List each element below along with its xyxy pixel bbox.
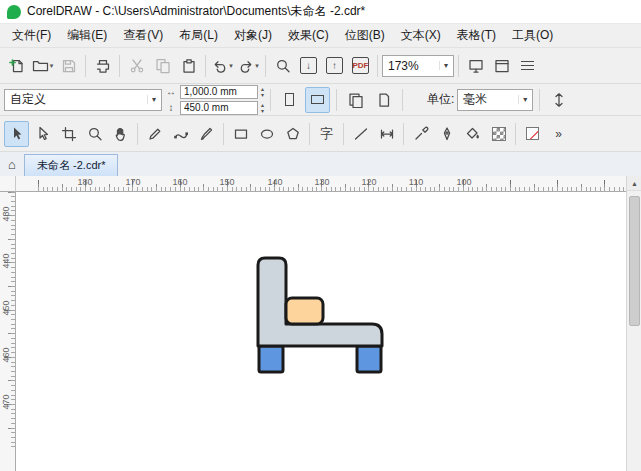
vertical-ruler[interactable]: 430 440 450 460 470	[0, 192, 16, 471]
portrait-orientation-button[interactable]	[277, 87, 302, 113]
home-button[interactable]: ⌂	[0, 153, 24, 176]
paste-button[interactable]	[176, 53, 201, 79]
home-icon: ⌂	[8, 157, 16, 172]
property-bar: 自定义 ▾ ↔ 1,000.0 mm ▴ ▾ ↕ 450.0 mm ▴ ▾	[0, 84, 641, 116]
ruler-origin-box[interactable]	[0, 176, 16, 192]
transparency-tool-button[interactable]	[486, 121, 511, 147]
menu-text[interactable]: 文本(X)	[393, 24, 449, 47]
redo-dropdown-icon[interactable]: ▾	[255, 62, 259, 70]
landscape-icon	[311, 95, 324, 104]
window-title: CorelDRAW - C:\Users\Administrator\Docum…	[27, 3, 365, 20]
pen-nib-icon	[439, 126, 455, 142]
ruler-label: 150	[219, 177, 234, 187]
line-tool-button[interactable]	[348, 121, 373, 147]
scroll-up-button[interactable]: ▲	[627, 176, 641, 191]
dimension-tool-button[interactable]	[374, 121, 399, 147]
menu-object[interactable]: 对象(J)	[226, 24, 280, 47]
menu-edit[interactable]: 编辑(E)	[59, 24, 115, 47]
bezier-tool-button[interactable]	[168, 121, 193, 147]
chair-cushion[interactable]	[286, 298, 323, 324]
toolbar-separator	[205, 55, 206, 77]
vertical-scrollbar[interactable]: ▲	[626, 176, 641, 471]
interactive-fill-tool-button[interactable]	[460, 121, 485, 147]
ruler-label: 160	[172, 177, 187, 187]
ruler-label: 140	[267, 177, 282, 187]
ruler-label: 130	[314, 177, 329, 187]
chair-right-leg[interactable]	[357, 346, 381, 372]
menu-table[interactable]: 表格(T)	[449, 24, 504, 47]
welcome-screen-button[interactable]	[489, 53, 514, 79]
page-height-spinner[interactable]: ▴ ▾	[261, 102, 264, 114]
apply-to-all-pages-button[interactable]	[343, 87, 368, 113]
preset-dropdown-icon[interactable]: ▾	[147, 95, 156, 104]
menu-bitmaps[interactable]: 位图(B)	[337, 24, 393, 47]
horizontal-ruler[interactable]: 180 170 160 150 140 130 120 110 100	[16, 176, 626, 192]
standard-toolbar: ▾ ▾ ▾ ↓	[0, 48, 641, 84]
export-button[interactable]: ↑	[322, 53, 347, 79]
cut-button[interactable]	[124, 53, 149, 79]
menu-layout[interactable]: 布局(L)	[171, 24, 226, 47]
eyedropper-tool-button[interactable]	[408, 121, 433, 147]
copy-button[interactable]	[150, 53, 175, 79]
units-dropdown-icon[interactable]: ▾	[518, 95, 527, 104]
drawing-canvas[interactable]	[16, 192, 626, 471]
menu-file[interactable]: 文件(F)	[4, 24, 59, 47]
landscape-orientation-button[interactable]	[305, 87, 330, 113]
cut-icon	[129, 58, 145, 74]
import-button[interactable]: ↓	[296, 53, 321, 79]
artistic-media-tool-button[interactable]	[194, 121, 219, 147]
outline-pen-tool-button[interactable]	[434, 121, 459, 147]
print-button[interactable]	[90, 53, 115, 79]
ellipse-tool-button[interactable]	[254, 121, 279, 147]
scrollbar-thumb[interactable]	[629, 196, 640, 326]
options-icon	[521, 61, 534, 70]
copy-icon	[155, 58, 171, 74]
toolbar-separator	[343, 123, 344, 145]
page-width-spinner[interactable]: ▴ ▾	[261, 86, 264, 98]
outline-color-swatch-button[interactable]	[520, 121, 545, 147]
document-tab[interactable]: 未命名 -2.cdr*	[24, 154, 118, 176]
zoom-level-combo[interactable]: 173% ▾	[382, 55, 454, 77]
toolbox-overflow-button[interactable]: »	[546, 121, 571, 147]
toolbar-separator	[336, 89, 337, 111]
undo-dropdown-icon[interactable]: ▾	[229, 62, 233, 70]
spin-down-icon[interactable]: ▾	[261, 92, 264, 98]
search-content-button[interactable]	[270, 53, 295, 79]
fullscreen-preview-button[interactable]	[463, 53, 488, 79]
new-document-button[interactable]	[4, 53, 29, 79]
publish-pdf-button[interactable]: PDF	[348, 53, 373, 79]
text-tool-button[interactable]: 字	[314, 121, 339, 147]
ruler-label: 100	[456, 177, 471, 187]
units-combo[interactable]: 毫米 ▾	[457, 89, 533, 111]
apply-to-current-page-button[interactable]	[371, 87, 396, 113]
zoom-dropdown-icon[interactable]: ▾	[439, 61, 448, 70]
ruler-label: 120	[361, 177, 376, 187]
chair-left-leg[interactable]	[259, 346, 283, 372]
open-button[interactable]: ▾	[30, 53, 55, 79]
ellipse-icon	[259, 126, 275, 142]
open-dropdown-icon[interactable]: ▾	[50, 62, 54, 70]
pan-tool-button[interactable]	[108, 121, 133, 147]
save-button[interactable]	[56, 53, 81, 79]
freehand-tool-button[interactable]	[142, 121, 167, 147]
undo-button[interactable]: ▾	[210, 53, 235, 79]
polygon-tool-button[interactable]	[280, 121, 305, 147]
page-size-preset-combo[interactable]: 自定义 ▾	[4, 89, 162, 111]
crop-tool-button[interactable]	[56, 121, 81, 147]
shape-tool-button[interactable]	[30, 121, 55, 147]
options-button[interactable]	[515, 53, 540, 79]
menu-view[interactable]: 查看(V)	[115, 24, 171, 47]
menu-effects[interactable]: 效果(C)	[280, 24, 337, 47]
zoom-level-value: 173%	[388, 59, 419, 73]
page-width-field[interactable]: 1,000.0 mm	[180, 85, 258, 99]
rectangle-tool-button[interactable]	[228, 121, 253, 147]
nudge-offset-button[interactable]	[546, 87, 571, 113]
menu-tools[interactable]: 工具(O)	[504, 24, 561, 47]
pick-tool-button[interactable]	[4, 121, 29, 147]
page-height-field[interactable]: 450.0 mm	[180, 101, 258, 115]
zoom-tool-button[interactable]	[82, 121, 107, 147]
spin-down-icon[interactable]: ▾	[261, 108, 264, 114]
polygon-icon	[285, 126, 301, 142]
redo-icon	[238, 58, 254, 74]
redo-button[interactable]: ▾	[236, 53, 261, 79]
